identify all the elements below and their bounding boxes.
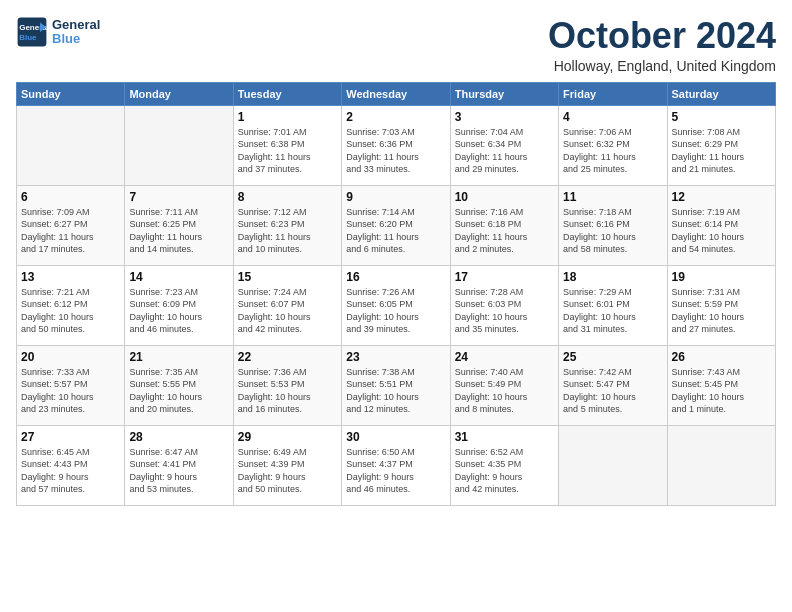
day-info: Sunrise: 6:50 AM Sunset: 4:37 PM Dayligh… [346, 446, 445, 496]
day-number: 17 [455, 270, 554, 284]
day-number: 9 [346, 190, 445, 204]
day-info: Sunrise: 7:03 AM Sunset: 6:36 PM Dayligh… [346, 126, 445, 176]
calendar-table: SundayMondayTuesdayWednesdayThursdayFrid… [16, 82, 776, 506]
day-number: 8 [238, 190, 337, 204]
calendar-cell: 9Sunrise: 7:14 AM Sunset: 6:20 PM Daylig… [342, 185, 450, 265]
week-row-3: 13Sunrise: 7:21 AM Sunset: 6:12 PM Dayli… [17, 265, 776, 345]
day-info: Sunrise: 7:19 AM Sunset: 6:14 PM Dayligh… [672, 206, 771, 256]
day-info: Sunrise: 7:16 AM Sunset: 6:18 PM Dayligh… [455, 206, 554, 256]
day-info: Sunrise: 7:23 AM Sunset: 6:09 PM Dayligh… [129, 286, 228, 336]
day-number: 19 [672, 270, 771, 284]
day-number: 4 [563, 110, 662, 124]
calendar-cell: 2Sunrise: 7:03 AM Sunset: 6:36 PM Daylig… [342, 105, 450, 185]
day-number: 22 [238, 350, 337, 364]
logo-text-blue: Blue [52, 32, 100, 46]
calendar-cell: 23Sunrise: 7:38 AM Sunset: 5:51 PM Dayli… [342, 345, 450, 425]
day-info: Sunrise: 6:45 AM Sunset: 4:43 PM Dayligh… [21, 446, 120, 496]
calendar-cell: 8Sunrise: 7:12 AM Sunset: 6:23 PM Daylig… [233, 185, 341, 265]
day-info: Sunrise: 7:24 AM Sunset: 6:07 PM Dayligh… [238, 286, 337, 336]
header-row: SundayMondayTuesdayWednesdayThursdayFrid… [17, 82, 776, 105]
day-info: Sunrise: 6:52 AM Sunset: 4:35 PM Dayligh… [455, 446, 554, 496]
day-info: Sunrise: 7:01 AM Sunset: 6:38 PM Dayligh… [238, 126, 337, 176]
day-info: Sunrise: 7:21 AM Sunset: 6:12 PM Dayligh… [21, 286, 120, 336]
calendar-cell: 10Sunrise: 7:16 AM Sunset: 6:18 PM Dayli… [450, 185, 558, 265]
day-number: 14 [129, 270, 228, 284]
calendar-cell [667, 425, 775, 505]
month-title: October 2024 [548, 16, 776, 56]
day-number: 11 [563, 190, 662, 204]
logo-text-general: General [52, 18, 100, 32]
day-number: 6 [21, 190, 120, 204]
calendar-cell: 5Sunrise: 7:08 AM Sunset: 6:29 PM Daylig… [667, 105, 775, 185]
calendar-cell: 19Sunrise: 7:31 AM Sunset: 5:59 PM Dayli… [667, 265, 775, 345]
calendar-cell: 22Sunrise: 7:36 AM Sunset: 5:53 PM Dayli… [233, 345, 341, 425]
day-info: Sunrise: 7:35 AM Sunset: 5:55 PM Dayligh… [129, 366, 228, 416]
logo: General Blue General Blue [16, 16, 100, 48]
day-number: 23 [346, 350, 445, 364]
calendar-cell: 21Sunrise: 7:35 AM Sunset: 5:55 PM Dayli… [125, 345, 233, 425]
header: General Blue General Blue October 2024 H… [16, 16, 776, 74]
calendar-cell: 26Sunrise: 7:43 AM Sunset: 5:45 PM Dayli… [667, 345, 775, 425]
svg-text:Blue: Blue [19, 33, 37, 42]
day-number: 7 [129, 190, 228, 204]
day-info: Sunrise: 7:43 AM Sunset: 5:45 PM Dayligh… [672, 366, 771, 416]
day-info: Sunrise: 7:40 AM Sunset: 5:49 PM Dayligh… [455, 366, 554, 416]
header-cell-monday: Monday [125, 82, 233, 105]
calendar-cell: 17Sunrise: 7:28 AM Sunset: 6:03 PM Dayli… [450, 265, 558, 345]
calendar-cell: 11Sunrise: 7:18 AM Sunset: 6:16 PM Dayli… [559, 185, 667, 265]
calendar-cell: 29Sunrise: 6:49 AM Sunset: 4:39 PM Dayli… [233, 425, 341, 505]
day-info: Sunrise: 7:06 AM Sunset: 6:32 PM Dayligh… [563, 126, 662, 176]
day-info: Sunrise: 7:31 AM Sunset: 5:59 PM Dayligh… [672, 286, 771, 336]
calendar-cell: 1Sunrise: 7:01 AM Sunset: 6:38 PM Daylig… [233, 105, 341, 185]
calendar-cell: 16Sunrise: 7:26 AM Sunset: 6:05 PM Dayli… [342, 265, 450, 345]
calendar-cell [17, 105, 125, 185]
day-number: 28 [129, 430, 228, 444]
calendar-cell: 30Sunrise: 6:50 AM Sunset: 4:37 PM Dayli… [342, 425, 450, 505]
week-row-2: 6Sunrise: 7:09 AM Sunset: 6:27 PM Daylig… [17, 185, 776, 265]
day-number: 10 [455, 190, 554, 204]
day-info: Sunrise: 6:49 AM Sunset: 4:39 PM Dayligh… [238, 446, 337, 496]
day-number: 27 [21, 430, 120, 444]
title-area: October 2024 Holloway, England, United K… [548, 16, 776, 74]
day-info: Sunrise: 7:33 AM Sunset: 5:57 PM Dayligh… [21, 366, 120, 416]
calendar-cell [125, 105, 233, 185]
day-number: 31 [455, 430, 554, 444]
calendar-cell: 4Sunrise: 7:06 AM Sunset: 6:32 PM Daylig… [559, 105, 667, 185]
location: Holloway, England, United Kingdom [548, 58, 776, 74]
day-number: 2 [346, 110, 445, 124]
day-number: 3 [455, 110, 554, 124]
day-number: 20 [21, 350, 120, 364]
day-info: Sunrise: 7:42 AM Sunset: 5:47 PM Dayligh… [563, 366, 662, 416]
week-row-4: 20Sunrise: 7:33 AM Sunset: 5:57 PM Dayli… [17, 345, 776, 425]
day-number: 13 [21, 270, 120, 284]
day-info: Sunrise: 7:04 AM Sunset: 6:34 PM Dayligh… [455, 126, 554, 176]
week-row-1: 1Sunrise: 7:01 AM Sunset: 6:38 PM Daylig… [17, 105, 776, 185]
day-info: Sunrise: 7:11 AM Sunset: 6:25 PM Dayligh… [129, 206, 228, 256]
day-info: Sunrise: 7:09 AM Sunset: 6:27 PM Dayligh… [21, 206, 120, 256]
header-cell-tuesday: Tuesday [233, 82, 341, 105]
logo-icon: General Blue [16, 16, 48, 48]
header-cell-thursday: Thursday [450, 82, 558, 105]
day-number: 1 [238, 110, 337, 124]
day-number: 30 [346, 430, 445, 444]
day-info: Sunrise: 7:12 AM Sunset: 6:23 PM Dayligh… [238, 206, 337, 256]
calendar-cell: 6Sunrise: 7:09 AM Sunset: 6:27 PM Daylig… [17, 185, 125, 265]
calendar-cell [559, 425, 667, 505]
day-number: 16 [346, 270, 445, 284]
day-number: 15 [238, 270, 337, 284]
calendar-cell: 27Sunrise: 6:45 AM Sunset: 4:43 PM Dayli… [17, 425, 125, 505]
calendar-cell: 3Sunrise: 7:04 AM Sunset: 6:34 PM Daylig… [450, 105, 558, 185]
day-info: Sunrise: 7:38 AM Sunset: 5:51 PM Dayligh… [346, 366, 445, 416]
week-row-5: 27Sunrise: 6:45 AM Sunset: 4:43 PM Dayli… [17, 425, 776, 505]
calendar-cell: 18Sunrise: 7:29 AM Sunset: 6:01 PM Dayli… [559, 265, 667, 345]
calendar-cell: 31Sunrise: 6:52 AM Sunset: 4:35 PM Dayli… [450, 425, 558, 505]
calendar-cell: 20Sunrise: 7:33 AM Sunset: 5:57 PM Dayli… [17, 345, 125, 425]
header-cell-saturday: Saturday [667, 82, 775, 105]
day-number: 21 [129, 350, 228, 364]
header-cell-friday: Friday [559, 82, 667, 105]
day-info: Sunrise: 7:26 AM Sunset: 6:05 PM Dayligh… [346, 286, 445, 336]
header-cell-sunday: Sunday [17, 82, 125, 105]
calendar-cell: 7Sunrise: 7:11 AM Sunset: 6:25 PM Daylig… [125, 185, 233, 265]
day-info: Sunrise: 7:28 AM Sunset: 6:03 PM Dayligh… [455, 286, 554, 336]
calendar-cell: 15Sunrise: 7:24 AM Sunset: 6:07 PM Dayli… [233, 265, 341, 345]
